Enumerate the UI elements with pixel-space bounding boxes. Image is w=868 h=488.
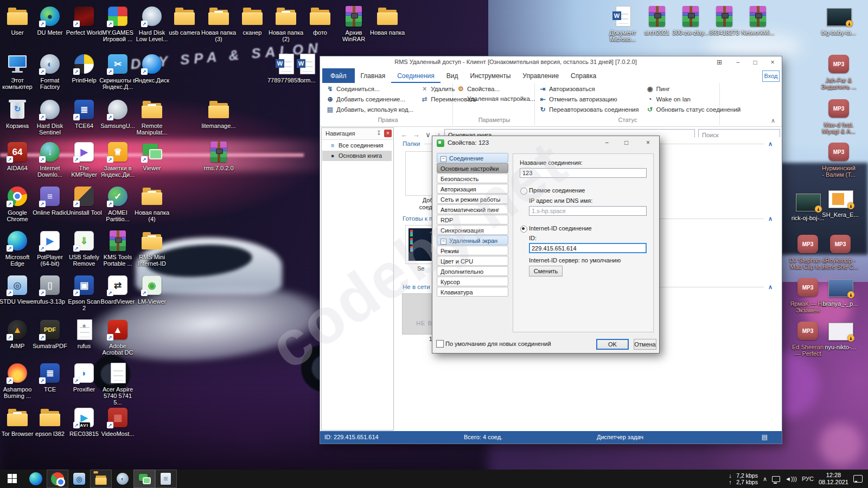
menu-tab-Соединения[interactable]: Соединения [391, 68, 441, 83]
desktop-icon[interactable]: Новая папка (2) [267, 4, 304, 42]
clock[interactable]: 12:28 08.12.2021 [819, 472, 848, 486]
taskbar-icon-rms-viewer[interactable] [133, 470, 155, 488]
ribbon-button[interactable]: ⇥Авторизоваться [539, 85, 639, 93]
desktop-icon[interactable]: ✂↗Скриншоты в Яндекс.Д... [99, 52, 136, 90]
taskbar-icon-start[interactable] [0, 470, 25, 488]
dialog-nav-RDP[interactable]: RDP [437, 215, 508, 224]
status-task-manager[interactable]: Диспетчер задач [597, 434, 643, 440]
minimize-icon[interactable]: − [731, 57, 745, 67]
desktop-icon[interactable]: ↗Hard Disk Sentinel [31, 98, 68, 136]
ribbon-button[interactable]: ▤Добавить, используя код... [327, 106, 413, 113]
menu-tab-Управление[interactable]: Управление [516, 68, 565, 83]
du-meter-tray[interactable]: ↓ 7,2 kbps ↑ 2,7 kbps [729, 472, 758, 485]
desktop-icon[interactable]: ↗Google Chrome [0, 184, 36, 222]
login-button[interactable]: Вход [762, 70, 780, 82]
desktop-icon[interactable]: ↗Microsoft Edge [0, 229, 36, 267]
group-collapse-icon[interactable]: − [441, 239, 446, 245]
desktop-icon[interactable]: MP3Royksopp - Here She C... [822, 232, 859, 270]
desktop-icon[interactable]: ↗Hard Disk Low Level... [133, 4, 170, 42]
desktop-icon[interactable]: ↗SamsungU... [99, 98, 136, 129]
desktop-icon[interactable]: ↗Perfect World [66, 4, 103, 36]
dialog-close-icon[interactable]: × [641, 138, 655, 147]
desktop-icon[interactable]: Новая папка [369, 4, 406, 36]
desktop-icon[interactable]: Этот компьютер [0, 52, 36, 90]
desktop-icon[interactable]: ↗MY.GAMES Игровой ... [99, 4, 136, 42]
dialog-nav-Режим[interactable]: Режим [437, 246, 508, 255]
desktop-icon[interactable]: 893418273 [706, 4, 743, 36]
ip-input[interactable] [529, 206, 647, 216]
desktop-icon[interactable]: ↻Корзина [0, 98, 36, 129]
cancel-button[interactable]: Отмена [634, 339, 656, 350]
desktop-icon[interactable]: MP3ЯрмаК — На Экзамен [789, 275, 826, 313]
dialog-nav-Цвет и CPU[interactable]: Цвет и CPU [437, 256, 508, 266]
menu-tab-Файл[interactable]: Файл [322, 68, 355, 83]
desktop-icon[interactable]: MP3Ed Sheeran — Perfect [789, 319, 826, 357]
desktop-icon[interactable]: MP3Jah-Far & Эндшпиль ... [820, 52, 857, 90]
desktop-icon[interactable]: ◗↗Proxifier [66, 361, 103, 393]
dialog-nav-Авторизация[interactable]: Авторизация [437, 184, 508, 194]
desktop-icon[interactable]: arch2021 [639, 4, 675, 36]
desktop-icon[interactable]: ↗Ashampoo Burning ... [0, 361, 36, 399]
desktop-icon[interactable]: ♕↗Заметки в Яндекс.Ди... [99, 140, 136, 178]
desktop-icon[interactable]: ≣↗TCE [31, 361, 68, 393]
desktop-icon[interactable]: ▶AVI↗REC03815 [66, 406, 103, 437]
dialog-maximize-icon[interactable]: □ [620, 138, 633, 147]
default-checkbox[interactable] [436, 340, 444, 348]
desktop-icon[interactable]: MP3Нурминский - Валим (Т... [820, 140, 857, 178]
desktop-icon[interactable]: ▲↗AIMP [0, 318, 36, 349]
desktop-icon[interactable]: MP3DJ Stephan & Mad Clip fe... [789, 232, 826, 270]
desktop-icon[interactable]: ▶↗PotPlayer (64-bit) [31, 229, 68, 267]
desktop-icon[interactable]: rms.7.0.2.0 [200, 140, 237, 171]
notification-center-icon[interactable] [853, 475, 863, 483]
desktop-icon[interactable]: NetworkMi... [739, 4, 776, 36]
dialog-nav-Клавиатура[interactable]: Клавиатура [437, 287, 508, 297]
pin-icon[interactable]: ↧ [376, 130, 381, 137]
desktop-icon[interactable]: ▦↗VideoMost... [99, 406, 136, 437]
dialog-minimize-icon[interactable]: − [600, 138, 614, 147]
section-collapse-icon[interactable]: ∧ [768, 215, 773, 222]
direct-connection-radio[interactable] [520, 188, 527, 195]
desktop-icon[interactable]: Архив WinRAR [335, 4, 372, 42]
language-indicator[interactable]: РУС [802, 476, 814, 482]
change-server-button[interactable]: Сменить [529, 266, 563, 277]
desktop-icon[interactable]: User [0, 4, 36, 36]
desktop-icon[interactable]: *rufus [66, 318, 103, 349]
desktop-icon[interactable]: Новая папка (4) [133, 184, 170, 222]
menu-tab-Справка[interactable]: Справка [565, 68, 602, 83]
ribbon-button[interactable]: ↯Соединиться... [327, 85, 413, 93]
internet-id-radio[interactable] [520, 226, 527, 233]
desktop-icon[interactable]: ◐↗Format Factory [31, 52, 68, 90]
close-icon[interactable]: × [765, 57, 780, 67]
desktop-icon[interactable]: Remote Manipulat... [133, 98, 170, 136]
desktop-icon[interactable]: PDF↗SumatraPDF [31, 318, 68, 349]
ok-button[interactable]: OK [596, 339, 629, 350]
desktop-icon[interactable]: ✓↗AOMEI Partitio... [99, 184, 136, 222]
panel-toggle-icon[interactable]: ⊞ [712, 57, 726, 67]
dialog-nav-Автоматический пинг[interactable]: Автоматический пинг [437, 204, 508, 214]
desktop-icon[interactable]: ●↗DU Meter [31, 4, 68, 36]
id-input[interactable] [529, 243, 647, 253]
connection-name-input[interactable] [520, 168, 647, 178]
desktop-icon[interactable]: ▣↗Epson Scan 2 [66, 273, 103, 311]
status-doc-icon[interactable]: ▤ [762, 433, 768, 441]
desktop-icon[interactable]: SH_Kera_E... [822, 187, 859, 218]
taskbar-icon-edge[interactable] [25, 470, 47, 488]
desktop-icon[interactable]: KMS Tools Portable ... [99, 229, 136, 267]
ribbon-button[interactable]: ⇤Отменить авторизацию [539, 95, 639, 103]
panel-close-icon[interactable]: × [384, 130, 392, 137]
section-collapse-icon[interactable]: ∧ [768, 284, 773, 291]
maximize-icon[interactable]: □ [748, 57, 762, 67]
desktop-icon[interactable]: ▶↗The KMPlayer [66, 140, 103, 178]
tray-chevron-icon[interactable]: ∧ [763, 476, 767, 483]
desktop-icon[interactable]: ≣↗TCE64 [66, 98, 103, 129]
ribbon-button[interactable]: ◔Wake on lan [646, 95, 741, 103]
desktop-icon[interactable]: branya_-_p... [822, 275, 859, 307]
desktop-icon[interactable]: ↓↗Internet Downlo... [31, 140, 68, 178]
taskbar-icon-explorer[interactable] [90, 470, 112, 488]
desktop-icon[interactable]: ▲↗Adobe Acrobat DC [99, 318, 136, 356]
desktop-icon[interactable]: nyu-nikto-... [822, 319, 859, 350]
desktop-icon[interactable]: big-baby-ta... [820, 4, 857, 36]
desktop-icon[interactable]: ↗Viewer [133, 140, 170, 171]
menu-tab-Вид[interactable]: Вид [441, 68, 464, 83]
menu-tab-Главная[interactable]: Главная [355, 68, 392, 83]
